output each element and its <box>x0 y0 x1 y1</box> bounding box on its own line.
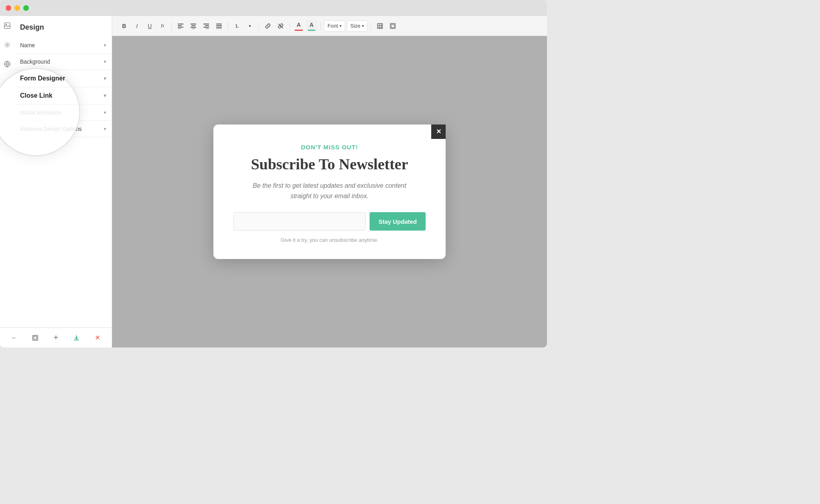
chevron-close-link-icon: ▾ <box>104 93 106 98</box>
svg-rect-23 <box>378 23 383 28</box>
align-left-button[interactable] <box>175 20 186 32</box>
section-advance-design-options: Advance Design Options ▾ <box>14 121 112 137</box>
section-modal-animation: Modal Animation ▾ <box>14 104 112 121</box>
modal-popup: ✕ DON'T MISS OUT! Subscribe To Newslette… <box>213 124 446 259</box>
svg-rect-15 <box>205 25 209 26</box>
section-name-label: Name <box>20 42 35 48</box>
download-button[interactable] <box>70 332 82 344</box>
frame-button[interactable] <box>29 332 41 344</box>
underline-button[interactable]: U <box>144 20 155 32</box>
section-close-link: Close Link ▾ <box>14 87 112 104</box>
align-right-button[interactable] <box>201 20 212 32</box>
svg-rect-18 <box>216 24 222 24</box>
size-dropdown[interactable]: Size ▾ <box>347 20 368 32</box>
email-input[interactable] <box>233 212 366 231</box>
bold-button[interactable]: B <box>119 20 130 32</box>
sidebar-title: Design <box>14 19 112 37</box>
section-name-header[interactable]: Name ▾ <box>14 37 112 53</box>
font-dropdown[interactable]: Font ▾ <box>324 20 345 32</box>
chevron-background-icon: ▾ <box>104 59 106 64</box>
modal-headline: Subscribe To Newsletter <box>233 155 426 174</box>
add-button[interactable]: + <box>50 332 62 344</box>
unordered-list-button[interactable]: • <box>244 20 255 32</box>
section-advance-design-options-header[interactable]: Advance Design Options ▾ <box>14 121 112 137</box>
separator-1 <box>171 22 172 30</box>
chevron-name-icon: ▾ <box>104 42 106 48</box>
size-dropdown-chevron-icon: ▾ <box>362 24 364 28</box>
close-button[interactable] <box>6 5 11 11</box>
svg-rect-12 <box>191 27 196 28</box>
section-form-designer-label: Form Designer <box>20 75 65 82</box>
section-advance-design-options-label: Advance Design Options <box>20 126 82 132</box>
section-form-designer-header[interactable]: Form Designer ▾ <box>14 70 112 87</box>
svg-rect-14 <box>203 24 209 24</box>
separator-4 <box>289 22 290 30</box>
unlink-button[interactable] <box>275 20 286 32</box>
section-close-link-header[interactable]: Close Link ▾ <box>14 87 112 104</box>
chevron-advance-design-options-icon: ▾ <box>104 126 106 132</box>
minimize-button[interactable] <box>14 5 20 11</box>
globe-preview-icon[interactable] <box>2 58 13 70</box>
separator-6 <box>371 22 371 30</box>
modal-subtext: Be the first to get latest updates and e… <box>233 181 426 201</box>
svg-rect-29 <box>391 24 394 28</box>
svg-rect-21 <box>216 28 222 29</box>
svg-rect-0 <box>4 23 10 28</box>
font-dropdown-label: Font <box>328 23 338 29</box>
section-name: Name ▾ <box>14 37 112 54</box>
delete-button[interactable]: ✕ <box>91 332 103 344</box>
sidebar: Design Name ▾ Background ▾ Form Designer… <box>0 16 112 347</box>
submit-button[interactable]: Stay Updated <box>370 212 426 231</box>
svg-rect-5 <box>34 336 36 339</box>
separator-5 <box>320 22 321 30</box>
modal-close-button[interactable]: ✕ <box>431 124 446 139</box>
canvas-area: ✕ DON'T MISS OUT! Subscribe To Newslette… <box>112 36 547 347</box>
sidebar-bottom-toolbar: ← + ✕ <box>0 327 112 347</box>
section-modal-animation-header[interactable]: Modal Animation ▾ <box>14 104 112 120</box>
strikethrough-button[interactable]: fx <box>157 20 168 32</box>
title-bar <box>0 0 547 16</box>
svg-rect-11 <box>191 25 195 26</box>
font-color-button[interactable]: A <box>293 20 304 32</box>
window-controls <box>6 5 29 11</box>
source-button[interactable] <box>387 20 398 32</box>
maximize-button[interactable] <box>23 5 29 11</box>
align-justify-button[interactable] <box>213 20 225 32</box>
svg-rect-9 <box>178 28 181 29</box>
table-button[interactable] <box>374 20 386 32</box>
highlight-button[interactable]: A <box>306 20 317 32</box>
align-center-button[interactable] <box>188 20 199 32</box>
svg-point-2 <box>6 44 8 46</box>
svg-rect-17 <box>206 28 209 29</box>
editor-toolbar: B I U fx 1. • <box>112 16 547 36</box>
settings-icon[interactable] <box>2 39 13 50</box>
modal-form-row: Stay Updated <box>233 212 426 231</box>
ordered-list-button[interactable]: 1. <box>231 20 243 32</box>
svg-rect-8 <box>178 27 183 28</box>
section-background: Background ▾ <box>14 54 112 70</box>
svg-rect-16 <box>203 27 209 28</box>
section-form-designer: Form Designer ▾ <box>14 70 112 87</box>
content-area: B I U fx 1. • <box>112 16 547 347</box>
chevron-modal-animation-icon: ▾ <box>104 110 106 115</box>
font-dropdown-chevron-icon: ▾ <box>340 24 342 28</box>
section-background-header[interactable]: Background ▾ <box>14 54 112 70</box>
section-background-label: Background <box>20 58 50 65</box>
italic-button[interactable]: I <box>131 20 143 32</box>
image-icon[interactable] <box>2 20 13 31</box>
modal-eyebrow: DON'T MISS OUT! <box>233 144 426 151</box>
sidebar-content: Design Name ▾ Background ▾ Form Designer… <box>14 16 112 327</box>
svg-rect-13 <box>192 28 195 29</box>
svg-rect-4 <box>32 335 38 340</box>
main-layout: Design Name ▾ Background ▾ Form Designer… <box>0 16 547 347</box>
section-modal-animation-label: Modal Animation <box>20 109 62 116</box>
link-button[interactable] <box>262 20 273 32</box>
svg-rect-10 <box>191 24 196 24</box>
separator-3 <box>259 22 259 30</box>
svg-rect-20 <box>216 27 222 28</box>
size-dropdown-label: Size <box>350 23 360 29</box>
chevron-form-designer-icon: ▾ <box>104 76 106 81</box>
section-close-link-label: Close Link <box>20 92 52 99</box>
back-button[interactable]: ← <box>8 332 20 344</box>
svg-rect-19 <box>216 25 222 26</box>
